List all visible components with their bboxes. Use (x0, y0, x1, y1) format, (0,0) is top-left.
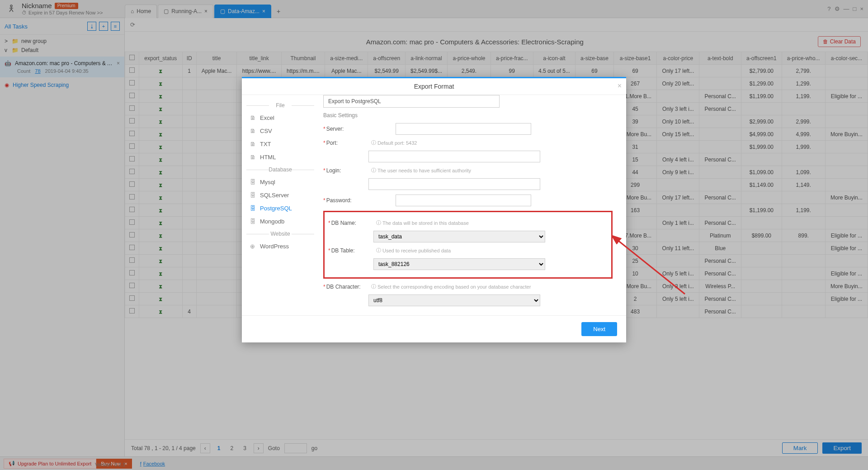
basic-settings-label: Basic Settings (323, 112, 613, 119)
port-input[interactable] (368, 151, 540, 162)
export-excel[interactable]: 🗎Excel (242, 111, 319, 124)
svg-line-1 (617, 240, 685, 294)
export-mysql[interactable]: 🗄Mysql (242, 176, 319, 189)
port-hint: ⓘ Default port: 5432 (371, 139, 417, 146)
dialog-close-icon[interactable]: × (618, 82, 622, 90)
export-mode-box[interactable]: Export to PostgreSQL (323, 95, 500, 108)
export-sqlserver[interactable]: 🗄SQLServer (242, 189, 319, 202)
login-row: *Login: ⓘ The user needs to have suffici… (323, 167, 613, 174)
section-website: Website (242, 231, 319, 237)
dialog-title: Export Format × (242, 78, 626, 95)
server-row: *Server: (323, 123, 613, 135)
dialog-content: Export to PostgreSQL Basic Settings *Ser… (319, 95, 626, 315)
server-input[interactable] (396, 123, 531, 135)
export-html[interactable]: 🗎HTML (242, 151, 319, 164)
modal-overlay: Export Format × File 🗎Excel 🗎CSV 🗎TXT 🗎H… (0, 0, 868, 470)
dbname-hint: ⓘ The data will be stored in this databa… (376, 219, 469, 226)
dbchar-row: *DB Character: ⓘ Select the correspondin… (323, 283, 613, 290)
dbchar-hint: ⓘ Select the corresponding encoding base… (371, 283, 531, 290)
port-row: *Port: ⓘ Default port: 5432 (323, 139, 613, 146)
dbtable-row: *DB Table: ⓘ Used to receive published d… (328, 247, 608, 254)
next-button[interactable]: Next (581, 322, 617, 336)
section-database: Database (242, 166, 319, 173)
login-hint: ⓘ The user needs to have sufficient auth… (371, 167, 471, 174)
password-row: *Password: (323, 195, 613, 206)
login-input[interactable] (368, 178, 540, 190)
section-file: File (242, 102, 319, 109)
dbname-row: *DB Name: ⓘ The data will be stored in t… (328, 219, 608, 226)
export-mongodb[interactable]: 🗄Mongodb (242, 215, 319, 228)
dialog-sidebar: File 🗎Excel 🗎CSV 🗎TXT 🗎HTML Database 🗄My… (242, 95, 319, 315)
dbtable-select[interactable]: task_882126 (373, 258, 545, 270)
highlighted-db-fields: *DB Name: ⓘ The data will be stored in t… (323, 211, 613, 279)
export-wordpress[interactable]: ⊕WordPress (242, 240, 319, 253)
dbname-select[interactable]: task_data (373, 231, 545, 242)
password-input[interactable] (396, 195, 531, 206)
export-postgresql[interactable]: 🗄PostgreSQL (242, 202, 319, 215)
dbtable-hint: ⓘ Used to receive published data (376, 247, 451, 254)
dialog-footer: Next (242, 315, 626, 342)
annotation-arrow-icon (604, 235, 694, 299)
export-format-dialog: Export Format × File 🗎Excel 🗎CSV 🗎TXT 🗎H… (242, 77, 626, 342)
dbchar-select[interactable]: utf8 (368, 294, 540, 306)
export-txt[interactable]: 🗎TXT (242, 138, 319, 151)
export-csv[interactable]: 🗎CSV (242, 124, 319, 138)
